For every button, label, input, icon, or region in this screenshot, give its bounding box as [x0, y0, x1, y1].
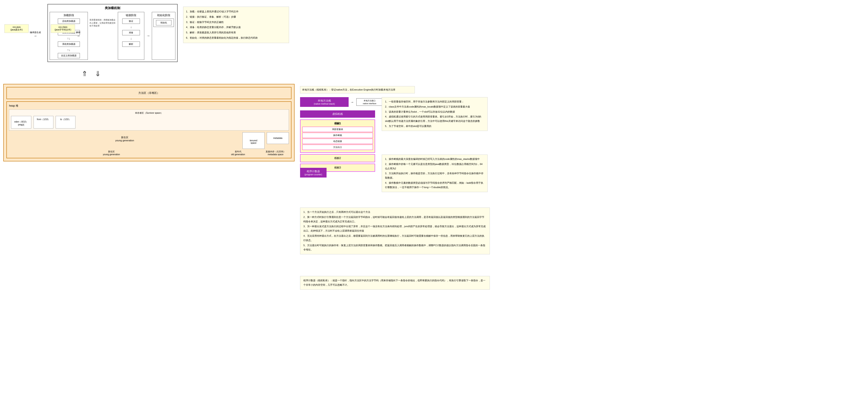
java-source-label: xxx.java (java源文件): [6, 26, 27, 31]
old-gen-label: 老年代 old generation: [216, 150, 260, 156]
parse-label: 解析 →: [76, 31, 81, 38]
step-parse: 解析: [122, 41, 140, 47]
og-lbl: 老年代 old generation: [231, 150, 245, 156]
link-phase-box: 链接阶段 验证 ↓ 准备 ↓ 解析: [118, 12, 144, 60]
jvm-stack-container: 虚拟机栈 栈帧1 局部变量表 操作树栈 动态链接 方法出口 栈帧2 栈帧3: [300, 111, 375, 172]
program-counter-note: 程序计数器（线程私有）：就是一个指针，指向方法区中的方法字节码（用来存储指向下一…: [300, 276, 490, 290]
frame3-title: 栈帧3: [334, 166, 341, 169]
frame1-operand-stack: 操作树栈: [302, 133, 373, 138]
method-area-label: 方法区（非堆区）: [138, 91, 159, 95]
operand-stack-note: 1、操作树栈的最大深度在编译的时候已经写入方法表的code属性的max_stac…: [382, 155, 488, 192]
heap-title: heap 堆: [9, 104, 289, 108]
os-note-4: 4、操作数栈中元素的数据类型必须须与字节码指令的序列严格匹配，例如：ladd指令…: [385, 181, 484, 190]
class-loader-title: 类加载机制: [50, 6, 176, 10]
lv-note-4: 4、虚拟机通过使用索引引的方式使用局部变量表。索引从0开始，方法执行时，索引为0…: [385, 115, 484, 123]
frame2-title: 栈帧2: [334, 156, 341, 160]
delegation-note: 双亲委派机制：类模板加载会向上委派，父类处理失败交回给子类处理: [90, 12, 116, 60]
me-note-2: 2、第一种方式时执行引擎遇到任意一个方法返回的字节码指令，这时候可能会有返回值传…: [303, 215, 487, 224]
eden-box: eden（8/10） 伊甸区: [11, 116, 31, 128]
heap-labels-row: 新生区 young generation 老年代 old generation …: [9, 150, 289, 156]
init-phase-title: 初始化阶段: [153, 13, 174, 17]
direct-mem-label: 直接内存（元空间） metadata space: [262, 150, 289, 156]
tenured-label: tenured space: [250, 139, 257, 144]
dm-lbl: 直接内存（元空间） metadata space: [266, 150, 285, 156]
load-phase-box: 加载阶段 启动类加载器 ↑↓ 拓展类加载器 ↑↓ 系统类加载器 ↑↓ 自定义类加…: [50, 12, 88, 60]
from-box: from（1/10）: [34, 116, 53, 128]
main-container: 类加载机制 加载阶段 启动类加载器 ↑↓ 拓展类加载器 ↑↓ 系统类加载器 ↑↓…: [0, 0, 868, 393]
native-interface-box: 本地方法接口 native interface: [356, 98, 383, 106]
program-counter-title: 程序计数器: [305, 170, 322, 173]
lv-note-1: 1、一组变量值存储空间，用于存放方法参数和方法内部定义的局部变量；: [385, 99, 484, 104]
yg-lbl: 新生区 young generation: [103, 150, 120, 156]
me-note-5: 5、方法退出时可能执行的操作有：恢复上层方法的局部变量表和操作数栈、把返回值压入…: [303, 243, 487, 252]
jvm-stack-title-box: 虚拟机栈: [300, 111, 375, 118]
me-note-3: 3、另一种退出发式是方法执行的过程中出现了异常，并且这个一场没有在方法体内得到处…: [303, 224, 487, 233]
tenured-box: tenured space: [243, 132, 265, 149]
jvm-stack-title: 虚拟机栈: [332, 112, 343, 116]
note-1: 1、加载：在硬盘上查找并通过IO读入字节码文件: [186, 9, 286, 14]
young-gen-bottom-label: 新生区 young generation: [9, 150, 214, 156]
lv-note-3: 3、该表的容量计量单位为slot，一个slot可以存放32位以内的数据: [385, 110, 484, 114]
native-stack-note: 本地方法栈（线程私有）：登记native方法，在Execution Engine…: [300, 86, 415, 93]
from-label: from（1/10）: [37, 118, 50, 121]
native-stack-subtitle: (native method stack): [302, 103, 347, 105]
eden-label: eden（8/10） 伊甸区: [14, 121, 28, 126]
memory-outer: 方法区（非堆区） heap 堆 幸存者区（Survivor space） ede…: [3, 84, 294, 161]
to-box: to（1/10）: [56, 116, 75, 128]
class-loader-notes: 1、加载：在硬盘上查找并通过IO读入字节码文件 2、链接：执行验证、准备、解析（…: [183, 7, 289, 43]
step-prepare: 准备: [122, 30, 140, 35]
note-5: 5、解析：类装载器装入类所引用的其他所有类: [186, 30, 286, 35]
native-stack-title: 本地方法栈: [302, 99, 347, 103]
note-6: 6、初始化：对类的静态变量最初始化为指定的值，执行静态代码块: [186, 36, 286, 40]
method-area-box: 方法区（非堆区）: [6, 87, 291, 99]
arrow-v1: ↓: [130, 25, 132, 29]
stack-frame-2: 栈帧2: [300, 154, 375, 162]
link-phase-steps: 验证 ↓ 准备 ↓ 解析: [119, 19, 143, 47]
note-4: 4、准备：给类的静态变量分配内存，并赋予默认值: [186, 25, 286, 30]
step-sys-loader: 系统类加载器: [58, 41, 80, 47]
lv-note-2: 2、class文件中方法表code属性的max_locals数据项中定义了该表的…: [385, 104, 484, 109]
parse-text: 解析: [76, 31, 81, 34]
note-3: 3、验证：校验字节码文件的正确性: [186, 20, 286, 25]
survivor-space-box: 幸存者区（Survivor space） eden（8/10） 伊甸区 from…: [9, 110, 289, 130]
compile-label: 编译器生成 →: [30, 31, 41, 38]
compile-text: 编译器生成: [30, 31, 41, 34]
os-note-3: 3、方法刚开始执行时，操作栈是空的，方法执行过程中，含有各种字节码指令往操作栈中…: [385, 171, 484, 180]
native-stack-note-text: 本地方法栈（线程私有）：登记native方法，在Execution Engine…: [302, 88, 395, 91]
load-phase-title: 加载阶段: [51, 13, 86, 17]
step-init: 初始化: [156, 20, 172, 25]
local-var-note: 1、一组变量值存储空间，用于存放方法参数和方法内部定义的局部变量； 2、clas…: [382, 97, 488, 131]
survivor-cells: eden（8/10） 伊甸区 from（1/10） to（1/10）: [11, 116, 287, 128]
program-counter-subtitle: (program counter): [305, 173, 322, 176]
method-exit-note: 1、当一个方法开始执行之后，只有两种方式可以退出这个方法 2、第一种方式时执行引…: [300, 208, 490, 254]
step-boot-loader: 启动类加载器: [58, 19, 80, 24]
frame1-local-vars: 局部变量表: [302, 127, 373, 132]
frame1-dynamic-link: 动态链接: [302, 139, 373, 144]
init-phase-box: 初始化阶段 初始化: [152, 12, 176, 60]
metadata-label: metadata: [273, 137, 282, 139]
frame1-title: 栈帧1: [302, 122, 373, 125]
big-arrow-down: ⇓: [95, 69, 101, 78]
class-file-box: xxx.class (java字节码文件): [51, 24, 75, 33]
young-gen-section: 新生区 young generation: [9, 132, 240, 142]
heap-box: heap 堆 幸存者区（Survivor space） eden（8/10） 伊…: [6, 101, 291, 158]
arrow-v2: ↓: [130, 37, 132, 40]
native-interface-label: 本地方法接口 native interface: [363, 99, 376, 104]
young-gen-text: 新生区 young generation: [115, 136, 134, 142]
lv-note-5: 5、为了节省空间，表中的slot是可以重用的: [385, 124, 484, 128]
heap-bottom-row: 新生区 young generation tenured space metad…: [9, 132, 289, 149]
young-gen-label: 新生区 young generation: [9, 133, 240, 142]
step-verify: 验证: [122, 19, 140, 24]
native-stack-title-box: 本地方法栈 (native method stack): [300, 97, 349, 107]
step-custom-loader: 自定义类加载器: [58, 53, 80, 58]
note-2: 2、链接：执行验证、准备、解析（可选）步骤: [186, 15, 286, 19]
pc-note-text: 程序计数器（线程私有）：就是一个指针，指向方法区中的方法字节码（用来存储指向下一…: [303, 279, 486, 286]
metadata-section: metadata: [267, 132, 289, 144]
metadata-box: metadata: [267, 132, 289, 144]
init-steps: 初始化: [153, 19, 174, 27]
me-note-4: 4、无论采用何种退出方式，在方法退出之后，都需要返回到方法被调用时的位置继续执行…: [303, 234, 487, 243]
survivor-space-label: 幸存者区（Survivor space）: [11, 112, 287, 115]
java-source-box: xxx.java (java源文件): [4, 24, 29, 33]
stack-frame-1: 栈帧1 局部变量表 操作树栈 动态链接 方法出口: [300, 119, 375, 153]
arrow-native-1: →: [350, 100, 354, 104]
